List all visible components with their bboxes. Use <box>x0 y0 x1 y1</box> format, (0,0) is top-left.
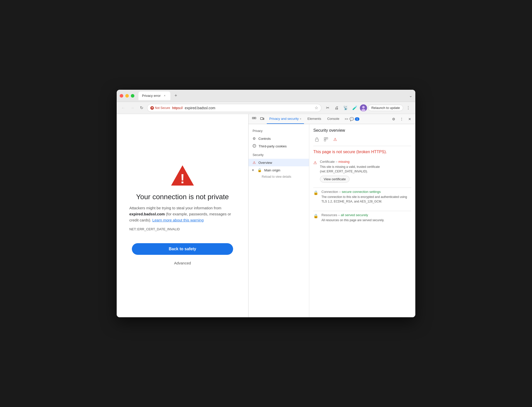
devtools-body: Privacy ⚙ Controls <box>249 124 415 317</box>
sidebar-item-overview[interactable]: ⚠ Overview <box>249 159 309 166</box>
svg-point-10 <box>254 145 254 146</box>
security-content: Security overview <box>309 124 415 317</box>
not-secure-icon: ✕ <box>150 106 154 110</box>
not-secure-badge[interactable]: ✕ Not Secure <box>150 106 170 110</box>
traffic-lights <box>120 94 134 98</box>
minimize-window-button[interactable] <box>125 94 129 98</box>
reload-to-view-details[interactable]: Reload to view details <box>249 174 309 179</box>
tab-privacy-security[interactable]: Privacy and security × <box>267 114 304 124</box>
not-secure-label: Not Secure <box>155 106 170 110</box>
resources-content: Resources – all served securely All reso… <box>321 213 411 224</box>
tab-elements[interactable]: Elements <box>305 114 324 124</box>
svg-rect-15 <box>326 138 328 139</box>
back-button[interactable]: ← <box>120 104 127 111</box>
cast-icon[interactable]: 📡 <box>342 104 350 112</box>
resources-desc: All resources on this page are served se… <box>321 218 411 222</box>
certificate-desc: This site is missing a valid, trusted ce… <box>320 165 411 174</box>
certificate-title: Certificate – missing <box>320 160 411 164</box>
devtools-settings-icon[interactable]: ⚙ <box>390 116 397 123</box>
resources-section: 🔒 Resources – all served securely All re… <box>313 213 411 224</box>
svg-rect-5 <box>252 117 254 119</box>
main-origin-toggle[interactable]: ▼ <box>252 169 254 172</box>
connection-title: Connection – secure connection settings <box>321 190 411 194</box>
warning-triangle-icon: ! <box>170 164 195 187</box>
security-section-label: Security <box>249 152 309 159</box>
sidebar-item-main-origin[interactable]: ▼ 🔒 Main origin <box>249 166 309 174</box>
profile-avatar[interactable] <box>360 104 367 111</box>
tab-console[interactable]: Console <box>325 114 342 124</box>
privacy-section-label: Privacy <box>249 128 309 135</box>
devtools-close-icon[interactable]: ✕ <box>406 116 413 123</box>
main-origin-label: Main origin <box>264 168 280 172</box>
tab-close-privacy[interactable]: × <box>300 117 301 120</box>
security-icons-row: ⚠ <box>313 136 411 146</box>
certificate-label: Certificate <box>320 160 335 164</box>
resources-label: Resources <box>321 213 337 217</box>
certificate-section: ⚠ Certificate – missing This site is mis… <box>313 160 411 183</box>
back-to-safety-button[interactable]: Back to safety <box>132 243 233 255</box>
devtools-inspect-icon[interactable] <box>251 116 258 123</box>
sidebar-item-controls[interactable]: ⚙ Controls <box>249 135 309 142</box>
print-icon[interactable]: 🖨 <box>333 104 341 112</box>
browser-tab[interactable]: Privacy error × <box>138 92 170 100</box>
forward-button[interactable]: → <box>129 104 136 111</box>
devtools-more-icon[interactable]: ⋮ <box>398 116 405 123</box>
svg-point-9 <box>253 144 256 147</box>
relaunch-button[interactable]: Relaunch to update <box>368 105 403 111</box>
address-bar[interactable]: ✕ Not Secure https://expired.badssl.com … <box>147 104 321 112</box>
error-description: Attackers might be trying to steal your … <box>129 205 236 223</box>
connection-section: 🔒 Connection – secure connection setting… <box>313 190 411 206</box>
error-code: NET::ERR_CERT_DATE_INVALID <box>129 227 236 231</box>
certificate-status: missing <box>338 160 350 164</box>
certificate-warning-icon: ⚠ <box>313 160 317 183</box>
security-status-message: This page is not secure (broken HTTPS). <box>313 149 411 155</box>
bookmark-button[interactable]: ☆ <box>315 105 318 110</box>
resources-lock-icon: 🔒 <box>313 214 318 224</box>
refresh-button[interactable]: ↻ <box>138 104 145 111</box>
overview-warning-icon: ⚠ <box>253 161 256 165</box>
security-expand-icon[interactable] <box>322 136 330 143</box>
scissors-icon[interactable]: ✂ <box>323 104 332 112</box>
close-window-button[interactable] <box>120 94 123 98</box>
view-certificate-button[interactable]: View certificate <box>320 176 350 183</box>
error-desc-1: Attackers might be trying to steal your … <box>129 206 221 210</box>
certificate-dash: – <box>336 160 338 164</box>
security-lock-icon[interactable] <box>313 136 320 143</box>
resources-dash: – <box>338 213 341 217</box>
resources-status: all served securely <box>341 213 368 217</box>
issues-icon[interactable]: 💬1 <box>351 116 358 123</box>
security-overview-title: Security overview <box>313 128 411 133</box>
advanced-button[interactable]: Advanced <box>172 259 193 267</box>
svg-rect-8 <box>263 118 264 120</box>
new-tab-button[interactable]: + <box>172 92 179 99</box>
maximize-window-button[interactable] <box>131 94 134 98</box>
console-tab-label: Console <box>327 117 339 121</box>
overview-label: Overview <box>258 161 272 165</box>
error-title: Your connection is not private <box>136 193 229 201</box>
svg-point-1 <box>362 106 365 108</box>
navigation-bar: ← → ↻ ✕ Not Secure https://expired.badss… <box>117 102 415 114</box>
learn-more-link[interactable]: Learn more about this warning <box>152 218 204 222</box>
devtools-panel: Privacy and security × Elements Console … <box>248 114 415 317</box>
connection-desc: The connection to this site is encrypted… <box>321 195 411 204</box>
error-domain: expired.badssl.com <box>129 212 165 216</box>
svg-point-11 <box>255 145 255 146</box>
sidebar-item-third-party-cookies[interactable]: Third-party cookies <box>249 142 309 150</box>
browser-window: Privacy error × + ⌄ ← → ↻ ✕ Not Secure h… <box>117 90 415 317</box>
connection-content: Connection – secure connection settings … <box>321 190 411 206</box>
tab-close-button[interactable]: × <box>163 94 167 98</box>
certificate-content: Certificate – missing This site is missi… <box>320 160 411 183</box>
connection-lock-icon: 🔒 <box>313 190 318 206</box>
devtools-tabs: Privacy and security × Elements Console … <box>249 114 415 124</box>
lab-icon[interactable]: 🧪 <box>351 104 359 112</box>
security-warning-icon[interactable]: ⚠ <box>332 136 339 143</box>
more-options-icon[interactable]: ⋮ <box>404 104 412 112</box>
svg-rect-13 <box>315 139 318 141</box>
svg-point-2 <box>361 109 365 111</box>
svg-rect-14 <box>324 138 326 139</box>
url-strikethrough: https:// <box>172 106 183 110</box>
devtools-device-icon[interactable] <box>259 116 266 123</box>
tab-expand-button[interactable]: ⌄ <box>409 93 412 98</box>
privacy-security-tab-label: Privacy and security <box>269 117 299 121</box>
more-tabs-button[interactable]: >> <box>343 116 350 123</box>
